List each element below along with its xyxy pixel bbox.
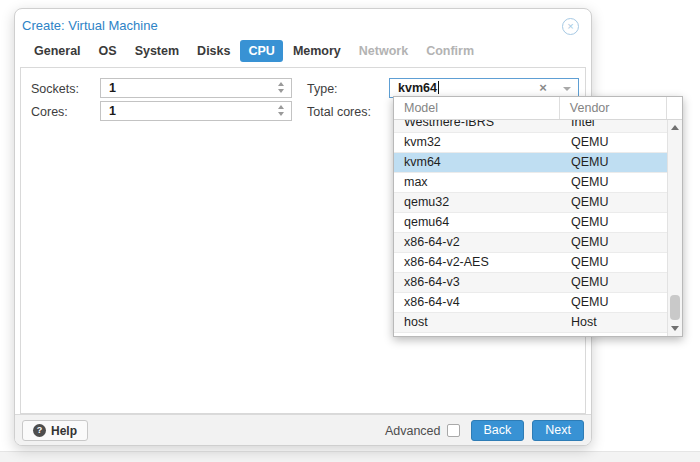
sockets-label: Sockets: — [31, 82, 79, 96]
advanced-checkbox[interactable] — [447, 424, 460, 437]
cores-value: 1 — [109, 104, 116, 118]
cores-spinner[interactable] — [278, 105, 284, 116]
vendor-cell: QEMU — [561, 213, 667, 232]
clear-icon[interactable]: × — [535, 79, 551, 97]
column-header-model[interactable]: Model — [394, 97, 560, 119]
sockets-spinner[interactable] — [278, 82, 284, 93]
vendor-cell: Host — [561, 313, 667, 332]
column-header-vendor[interactable]: Vendor — [560, 97, 667, 119]
model-cell: host — [394, 313, 561, 332]
model-cell: max — [394, 173, 561, 192]
advanced-label: Advanced — [385, 424, 441, 438]
vendor-cell: QEMU — [561, 233, 667, 252]
tab-memory[interactable]: Memory — [285, 40, 349, 62]
sockets-field[interactable]: 1 — [100, 78, 292, 98]
cores-field[interactable]: 1 — [100, 101, 292, 121]
wizard-tabbar: General OS System Disks CPU Memory Netwo… — [26, 40, 482, 62]
list-item[interactable]: qemu64 QEMU — [394, 213, 667, 233]
total-cores-label: Total cores: — [307, 105, 371, 119]
vendor-cell: Intel — [561, 120, 667, 132]
list-item[interactable]: qemu32 QEMU — [394, 193, 667, 213]
model-cell: x86-64-v4 — [394, 293, 561, 312]
scrollbar-thumb[interactable] — [670, 295, 680, 320]
vendor-cell: QEMU — [561, 153, 667, 172]
tab-network: Network — [351, 40, 416, 62]
sockets-value: 1 — [109, 81, 116, 95]
type-label: Type: — [307, 82, 338, 96]
vendor-cell: QEMU — [561, 273, 667, 292]
footer-actions: Advanced Back Next — [385, 420, 584, 441]
scroll-up-icon[interactable] — [671, 125, 679, 130]
dialog-title: Create: Virtual Machine — [22, 18, 158, 33]
cpu-type-combobox[interactable]: kvm64 × — [389, 78, 579, 98]
chevron-down-icon[interactable] — [563, 87, 571, 91]
spinner-up-icon[interactable] — [278, 82, 284, 86]
tab-disks[interactable]: Disks — [189, 40, 238, 62]
list-item[interactable]: x86-64-v2-AES QEMU — [394, 253, 667, 273]
scroll-down-icon[interactable] — [671, 326, 679, 331]
spinner-down-icon[interactable] — [278, 112, 284, 116]
next-button[interactable]: Next — [532, 420, 584, 441]
model-cell: x86-64-v3 — [394, 273, 561, 292]
list-item[interactable]: host Host — [394, 313, 667, 333]
help-button[interactable]: ? Help — [22, 420, 88, 441]
list-item[interactable]: x86-64-v4 QEMU — [394, 293, 667, 313]
vendor-cell: QEMU — [561, 293, 667, 312]
list-item-selected[interactable]: kvm64 QEMU — [394, 153, 667, 173]
list-item[interactable]: kvm32 QEMU — [394, 133, 667, 153]
dropdown-header: Model Vendor — [394, 97, 682, 120]
back-button[interactable]: Back — [471, 420, 525, 441]
vendor-cell: QEMU — [561, 173, 667, 192]
vendor-cell: QEMU — [561, 133, 667, 152]
close-icon[interactable]: × — [562, 18, 579, 35]
model-cell: qemu32 — [394, 193, 561, 212]
cores-label: Cores: — [31, 105, 68, 119]
help-icon: ? — [33, 424, 46, 437]
tab-general[interactable]: General — [26, 40, 89, 62]
spinner-down-icon[interactable] — [278, 89, 284, 93]
model-cell: kvm64 — [394, 153, 561, 172]
model-cell: x86-64-v2 — [394, 233, 561, 252]
tab-confirm: Confirm — [418, 40, 482, 62]
tab-cpu[interactable]: CPU — [240, 40, 282, 62]
model-cell: kvm32 — [394, 133, 561, 152]
dropdown-list: Westmere-IBRS Intel kvm32 QEMU kvm64 QEM… — [394, 120, 667, 336]
model-cell: Westmere-IBRS — [394, 120, 561, 132]
text-caret — [438, 81, 439, 94]
page-background-strip — [0, 451, 700, 462]
dropdown-scrollbar[interactable] — [667, 120, 682, 336]
model-cell: x86-64-v2-AES — [394, 253, 561, 272]
list-item[interactable]: max QEMU — [394, 173, 667, 193]
tab-system[interactable]: System — [127, 40, 187, 62]
help-button-label: Help — [51, 424, 77, 438]
list-item[interactable]: Westmere-IBRS Intel — [394, 120, 667, 133]
model-cell: qemu64 — [394, 213, 561, 232]
column-header-spacer — [667, 97, 682, 119]
cpu-type-dropdown: Model Vendor Westmere-IBRS Intel kvm32 Q… — [393, 96, 683, 337]
spinner-up-icon[interactable] — [278, 105, 284, 109]
cpu-type-value: kvm64 — [398, 81, 437, 95]
vendor-cell: QEMU — [561, 193, 667, 212]
vendor-cell: QEMU — [561, 253, 667, 272]
list-item[interactable]: x86-64-v3 QEMU — [394, 273, 667, 293]
tab-os[interactable]: OS — [91, 40, 125, 62]
list-item[interactable]: x86-64-v2 QEMU — [394, 233, 667, 253]
dialog-footer: ? Help Advanced Back Next — [15, 414, 591, 445]
